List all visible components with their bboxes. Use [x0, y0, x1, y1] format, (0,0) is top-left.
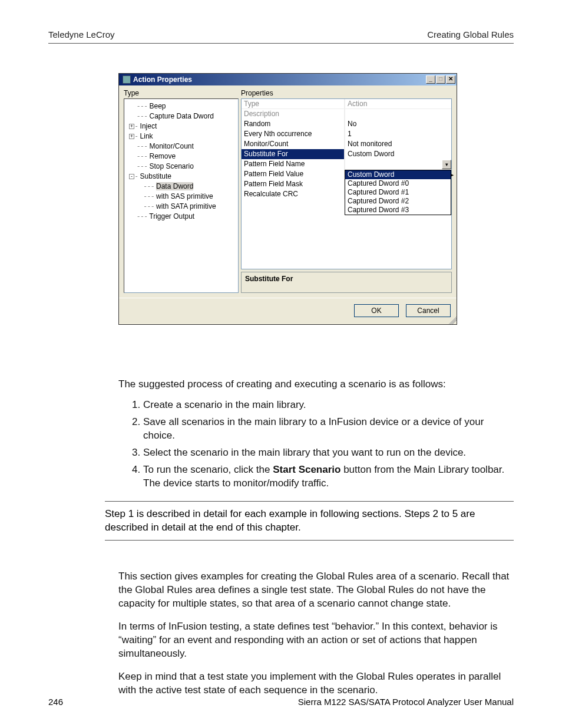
manual-title: Sierra M122 SAS/SATA Protocol Analyzer U… [298, 697, 514, 707]
header-left: Teledyne LeCroy [48, 29, 115, 39]
dialog-icon [123, 75, 131, 84]
paragraph-3: Keep in mind that a test state you imple… [118, 670, 514, 697]
substitute-for-dropdown[interactable]: Custom DwordCaptured Dword #0Captured Dw… [345, 170, 451, 215]
dialog-title: Action Properties [133, 75, 192, 84]
page-footer: 246 Sierra M122 SAS/SATA Protocol Analyz… [48, 697, 514, 707]
dropdown-item[interactable]: Captured Dword #3 [345, 206, 451, 215]
property-row[interactable]: Monitor/CountNot monitored [242, 139, 451, 149]
property-row[interactable]: RandomNo [242, 119, 451, 129]
tree-item[interactable]: --- Capture Data Dword [125, 111, 237, 121]
page-header: Teledyne LeCroy Creating Global Rules [48, 29, 514, 44]
tree-item[interactable]: --- with SAS primitive [125, 192, 237, 202]
ok-button[interactable]: OK [354, 304, 399, 317]
maximize-button[interactable]: □ [436, 75, 445, 84]
page-number: 246 [48, 697, 63, 707]
note-block: Step 1 is described in detail for each e… [105, 501, 514, 541]
properties-section-label: Properties [241, 89, 452, 97]
type-section-label: Type [124, 89, 239, 97]
step-2: Save all scenarios in the main library t… [143, 416, 514, 443]
tree-item[interactable]: --- Data Dword [125, 182, 237, 192]
tree-item[interactable]: -- Substitute [125, 172, 237, 182]
grid-header-val: Action [345, 99, 451, 109]
close-button[interactable]: ✕ [446, 75, 455, 84]
tree-item[interactable]: --- Remove [125, 151, 237, 162]
step-4: To run the scenario, click the Start Sce… [143, 463, 514, 490]
property-row[interactable]: Substitute ForCustom Dword [242, 149, 451, 159]
tree-item[interactable]: +- Link [125, 131, 237, 141]
grid-header-key: Type [242, 99, 345, 109]
intro-paragraph: The suggested process of creating and ex… [118, 378, 514, 391]
property-row[interactable]: Every Nth occurrence1 [242, 129, 451, 139]
property-row[interactable]: Pattern Field Name [242, 159, 451, 169]
action-properties-dialog: Action Properties _ □ ✕ Type --- Beep --… [118, 73, 457, 325]
dropdown-item[interactable]: Custom Dword [345, 170, 451, 179]
dropdown-item[interactable]: Captured Dword #1 [345, 188, 451, 197]
resize-grip[interactable] [448, 316, 457, 324]
tree-item[interactable]: --- Beep [125, 101, 237, 111]
dropdown-button[interactable]: ▾ [442, 160, 451, 169]
step-3: Select the scenario in the main library … [143, 446, 514, 460]
property-row[interactable]: Description [242, 109, 451, 119]
property-description-box: Substitute For [241, 272, 452, 293]
body-text-2: This section gives examples for creating… [118, 570, 514, 697]
properties-grid[interactable]: Type Action DescriptionRandomNoEvery Nth… [241, 98, 452, 269]
property-description-title: Substitute For [245, 275, 293, 283]
paragraph-2: In terms of InFusion testing, a state de… [118, 620, 514, 661]
tree-item[interactable]: --- with SATA primitive [125, 202, 237, 212]
minimize-button[interactable]: _ [426, 75, 435, 84]
cancel-button[interactable]: Cancel [406, 304, 451, 317]
tree-item[interactable]: +- Inject [125, 121, 237, 131]
body-text: The suggested process of creating and ex… [118, 378, 514, 490]
dropdown-item[interactable]: Captured Dword #2 [345, 197, 451, 206]
steps-list: Create a scenario in the main library. S… [118, 398, 514, 490]
tree-item[interactable]: --- Monitor/Count [125, 141, 237, 151]
paragraph-1: This section gives examples for creating… [118, 570, 514, 611]
dropdown-item[interactable]: Captured Dword #0 [345, 179, 451, 188]
dialog-titlebar[interactable]: Action Properties _ □ ✕ [119, 74, 457, 85]
tree-item[interactable]: --- Trigger Output [125, 212, 237, 222]
step-1: Create a scenario in the main library. [143, 398, 514, 412]
tree-item[interactable]: --- Stop Scenario [125, 162, 237, 172]
header-right: Creating Global Rules [427, 29, 514, 39]
type-tree[interactable]: --- Beep --- Capture Data Dword+- Inject… [124, 98, 239, 293]
